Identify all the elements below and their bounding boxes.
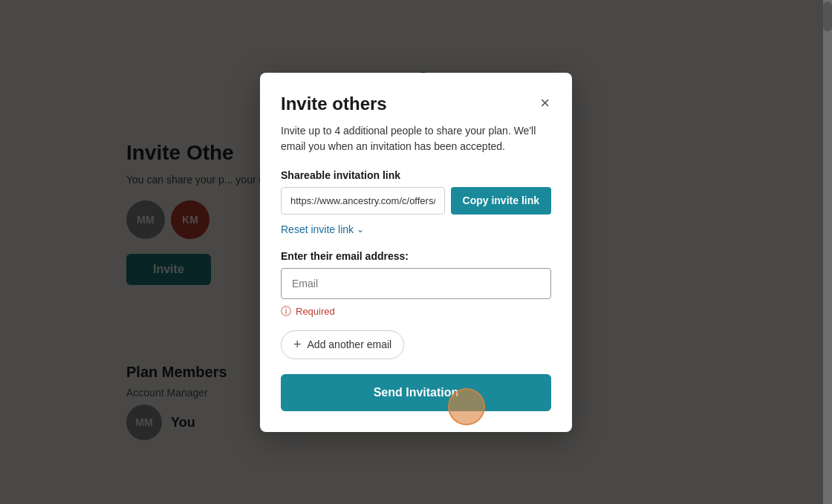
reset-invite-link[interactable]: Reset invite link — [281, 223, 354, 235]
chevron-down-icon: ⌄ — [357, 224, 364, 235]
plus-icon: + — [293, 337, 302, 353]
close-button[interactable]: × — [539, 94, 551, 113]
add-email-button[interactable]: + Add another email — [281, 330, 404, 359]
add-email-label: Add another email — [308, 338, 392, 350]
required-text: Required — [296, 306, 335, 317]
modal-title: Invite others — [281, 94, 387, 114]
invite-others-modal: Invite others × Invite up to 4 additiona… — [260, 73, 572, 432]
reset-invite-row: Reset invite link ⌄ — [281, 223, 551, 235]
modal-description: Invite up to 4 additional people to shar… — [281, 123, 551, 154]
email-input[interactable] — [281, 268, 551, 299]
required-icon: ⓘ — [281, 305, 291, 318]
required-message-row: ⓘ Required — [281, 305, 551, 318]
copy-invite-button[interactable]: Copy invite link — [451, 187, 551, 215]
send-invitation-button[interactable]: Send Invitation — [281, 374, 551, 411]
modal-header: Invite others × — [281, 94, 551, 114]
invite-link-row: Copy invite link — [281, 187, 551, 215]
email-section-label: Enter their email address: — [281, 250, 551, 262]
shareable-link-label: Shareable invitation link — [281, 169, 551, 181]
invite-link-input[interactable] — [281, 187, 445, 215]
